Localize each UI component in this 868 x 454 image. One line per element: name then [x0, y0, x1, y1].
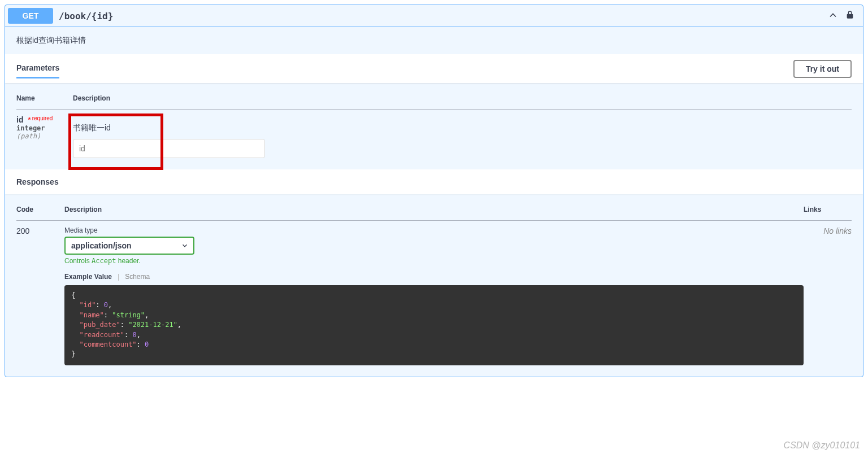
- no-links-label: No links: [823, 226, 852, 235]
- summary-actions: [827, 10, 860, 23]
- responses-body: Code Description Links 200 Media type ap…: [5, 194, 863, 377]
- param-header-description: Description: [73, 94, 852, 110]
- operation-block: GET /book/{id} 根据id查询书籍详情 Parameters Try…: [5, 5, 863, 377]
- operation-summary[interactable]: GET /book/{id}: [5, 5, 863, 27]
- param-in: (path): [16, 132, 73, 140]
- resp-header-code: Code: [16, 206, 64, 221]
- tab-parameters[interactable]: Parameters: [16, 59, 59, 78]
- response-code: 200: [16, 221, 64, 365]
- http-method-badge: GET: [8, 8, 53, 24]
- endpoint-path: /book/{id}: [53, 11, 827, 21]
- operation-description: 根据id查询书籍详情: [5, 27, 863, 54]
- resp-header-description: Description: [64, 206, 804, 221]
- param-type: integer: [16, 124, 73, 132]
- required-star-icon: *: [25, 115, 31, 124]
- lock-icon[interactable]: [845, 10, 854, 23]
- tab-schema[interactable]: Schema: [125, 273, 150, 281]
- param-header-name: Name: [16, 94, 73, 110]
- try-it-out-button[interactable]: Try it out: [793, 60, 852, 78]
- responses-header: Responses: [5, 169, 863, 194]
- param-input[interactable]: [73, 139, 265, 158]
- divider-icon: |: [118, 273, 119, 281]
- parameters-body: Name Description id *required integer (p…: [5, 83, 863, 169]
- media-type-select[interactable]: application/json: [64, 237, 194, 255]
- response-row: 200 Media type application/json Controls…: [16, 221, 852, 365]
- media-type-label: Media type: [64, 226, 804, 234]
- accept-header-hint: Controls Accept header.: [64, 257, 804, 265]
- required-label: required: [31, 115, 53, 121]
- example-code-block: { "id": 0, "name": "string", "pub_date":…: [64, 285, 804, 365]
- chevron-up-icon[interactable]: [827, 10, 839, 23]
- parameters-header: Parameters Try it out: [5, 54, 863, 83]
- resp-header-links: Links: [804, 206, 852, 221]
- tab-example-value[interactable]: Example Value: [64, 273, 112, 281]
- param-name: id: [16, 115, 23, 124]
- parameter-row: id *required integer (path) 书籍唯一id: [16, 110, 852, 159]
- param-description: 书籍唯一id: [73, 115, 852, 139]
